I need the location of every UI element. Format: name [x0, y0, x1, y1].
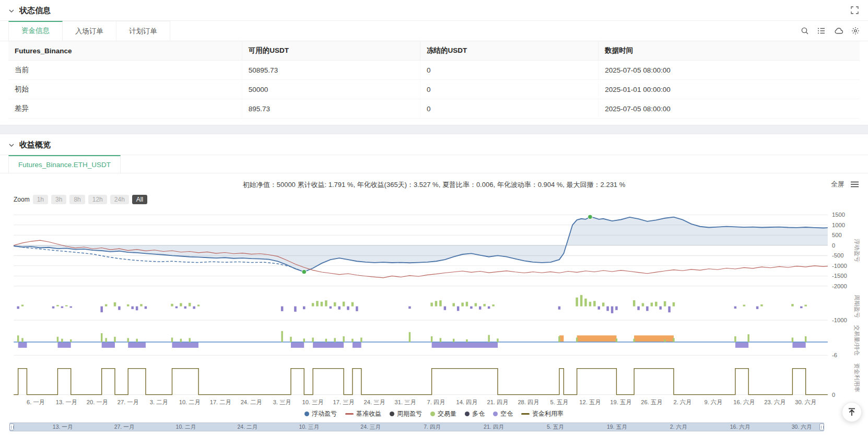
x-axis-label: 23. 六月 — [764, 399, 785, 405]
navigator-tick: 13. 一月 — [53, 423, 73, 431]
tab-entry-orders[interactable]: 入场订单 — [63, 21, 116, 41]
period-pnl-bar — [17, 307, 19, 309]
x-axis-label: 17. 二月 — [210, 399, 231, 405]
back-to-top-button[interactable] — [842, 402, 862, 422]
legend-label: 周期盈亏 — [397, 409, 422, 418]
period-pnl-bar — [61, 307, 63, 308]
fullscreen-button[interactable]: 全屏 — [831, 180, 844, 189]
row-label-difference[interactable]: 差异 — [8, 99, 242, 119]
short-position-block — [128, 342, 146, 348]
performance-stats: 初始净值：50000 累计收益: 1.791 %, 年化收益(365天)：3.5… — [8, 180, 860, 190]
legend-item-资金利用率[interactable]: 资金利用率 — [521, 409, 564, 418]
period-pnl-bar — [488, 307, 490, 309]
zoom-option-3h[interactable]: 3h — [51, 195, 66, 204]
y-axis-label: 0 — [832, 392, 835, 398]
zoom-option-24h[interactable]: 24h — [110, 195, 129, 204]
y-axis-label: 0 — [832, 242, 835, 249]
navigator-handle-right[interactable] — [819, 424, 824, 430]
period-pnl-bar — [664, 301, 666, 307]
period-pnl-bar — [593, 301, 595, 306]
legend-marker — [430, 412, 435, 416]
x-axis-label: 26. 五月 — [641, 399, 662, 405]
section-divider — [0, 125, 868, 134]
period-pnl-bar — [633, 300, 635, 307]
legend-item-基准收益[interactable]: 基准收益 — [345, 409, 381, 418]
legend-item-交易量[interactable]: 交易量 — [430, 409, 456, 418]
chart-menu-icon[interactable] — [851, 181, 859, 187]
period-pnl-bar — [642, 303, 644, 306]
period-pnl-bar — [131, 307, 133, 309]
volume-bar — [343, 336, 344, 342]
x-axis-label: 7. 四月 — [427, 399, 445, 405]
cell-initial-time: 2025-01-01 00:00:00 — [599, 80, 860, 99]
status-section: 状态信息 资金信息 入场订单 计划订单 Futures_Binance 可用的U… — [0, 0, 868, 119]
tab-planned-orders[interactable]: 计划订单 — [116, 21, 170, 41]
period-pnl-bar — [21, 304, 24, 306]
period-pnl-bar — [651, 302, 653, 306]
cloud-icon[interactable] — [834, 27, 843, 34]
volume-bar — [290, 337, 291, 342]
legend-item-空仓[interactable]: 空仓 — [493, 409, 513, 418]
volume-bar — [747, 334, 749, 342]
profit-chart[interactable]: 150010005000-500-1000-1500-2000浮动盈亏-1000… — [8, 205, 860, 408]
chevron-down-icon[interactable] — [8, 8, 15, 14]
chart-navigator[interactable]: 13. 一月27. 一月10. 二月24. 二月10. 三月24. 三月7. 四… — [9, 422, 824, 431]
tab-symbol-eth-usdt[interactable]: Futures_Binance.ETH_USDT — [8, 155, 121, 173]
volume-bar — [497, 338, 498, 342]
col-header-available-usdt: 可用的USDT — [242, 41, 420, 61]
zoom-option-12h[interactable]: 12h — [88, 195, 107, 204]
period-pnl-bar — [492, 304, 494, 306]
search-icon[interactable] — [801, 27, 809, 35]
x-axis-label: 30. 六月 — [795, 399, 816, 405]
legend-label: 浮动盈亏 — [312, 409, 337, 418]
period-pnl-bar — [791, 304, 793, 306]
period-pnl-bar — [100, 307, 102, 312]
period-pnl-bar — [347, 307, 349, 310]
period-pnl-bar — [602, 302, 604, 306]
legend-item-多仓[interactable]: 多仓 — [465, 409, 485, 418]
fullscreen-expand-icon[interactable] — [851, 6, 859, 14]
period-pnl-bar — [483, 304, 485, 306]
period-pnl-bar — [197, 304, 200, 306]
zoom-option-1h[interactable]: 1h — [33, 195, 48, 204]
navigator-tick: 24. 三月 — [360, 423, 381, 431]
period-pnl-bar — [461, 302, 463, 306]
table-row-initial: 初始 50000 0 2025-01-01 00:00:00 — [8, 80, 860, 99]
x-axis-label: 13. 一月 — [56, 399, 77, 405]
navigator-tick: 7. 四月 — [424, 423, 441, 431]
y-axis-label: 1500 — [832, 212, 845, 218]
volume-bar — [17, 335, 19, 342]
tab-fund-info[interactable]: 资金信息 — [8, 21, 63, 41]
list-icon[interactable] — [817, 27, 826, 35]
zoom-option-8h[interactable]: 8h — [69, 195, 85, 204]
period-pnl-bar — [435, 301, 437, 306]
period-pnl-bar — [334, 302, 336, 307]
profit-section-title: 收益概览 — [19, 140, 51, 150]
legend-item-周期盈亏[interactable]: 周期盈亏 — [390, 409, 422, 418]
gear-icon[interactable] — [851, 27, 860, 35]
zoom-option-All[interactable]: All — [132, 195, 147, 204]
short-position-block — [735, 342, 748, 348]
period-pnl-bar — [430, 302, 432, 306]
x-axis-label: 27. 一月 — [118, 399, 139, 405]
event-marker-dot — [588, 215, 593, 219]
x-axis-label: 21. 四月 — [487, 399, 508, 405]
period-pnl-bar — [140, 304, 142, 306]
period-pnl-bar — [175, 307, 178, 309]
long-position-block — [634, 335, 674, 342]
volume-bar — [303, 338, 304, 342]
volume-bar — [57, 337, 58, 342]
volume-bar — [734, 336, 736, 342]
navigator-handle-left[interactable] — [9, 424, 14, 430]
navigator-tick: 30. 六月 — [792, 423, 812, 431]
chevron-down-icon[interactable] — [8, 142, 15, 148]
row-label-current[interactable]: 当前 — [8, 61, 242, 80]
cell-initial-available: 50000 — [242, 80, 420, 99]
period-pnl-bar — [294, 307, 296, 312]
legend-item-浮动盈亏[interactable]: 浮动盈亏 — [304, 409, 337, 418]
back-to-top-icon — [848, 408, 856, 416]
navigator-tick: 19. 五月 — [607, 423, 627, 431]
legend-label: 交易量 — [438, 409, 456, 418]
period-pnl-bar — [580, 295, 582, 307]
volume-bar — [127, 338, 128, 342]
